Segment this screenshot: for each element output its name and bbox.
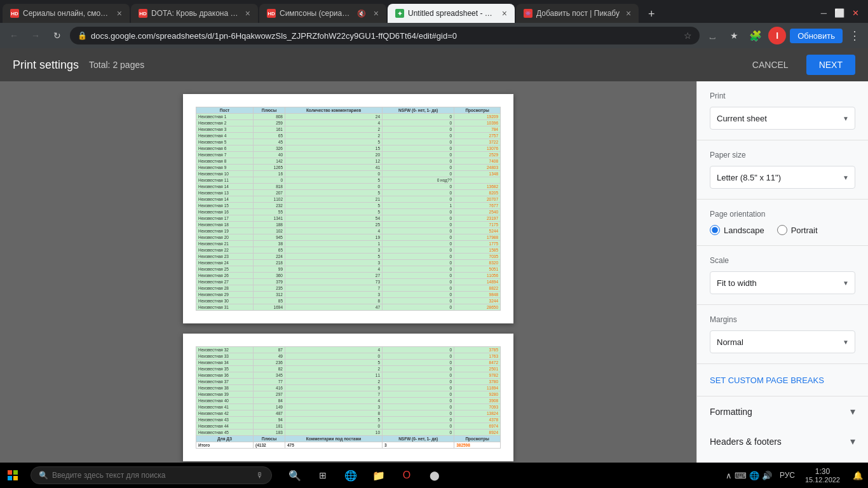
cell-post: Неизвестная 9: [196, 165, 254, 171]
cell-nsfw: 0: [383, 292, 454, 298]
tray-expand-icon[interactable]: ∧: [726, 471, 732, 480]
cell-likes: 188: [254, 222, 285, 228]
browser-chrome: HD Сериалы онлайн, смотреть ... × HD DOT…: [0, 0, 868, 48]
paper-size-select-wrapper: Letter (8.5" x 11") A4 Legal: [710, 166, 855, 189]
bookmark-icon[interactable]: ★: [725, 27, 743, 44]
formatting-label: Formatting: [710, 407, 752, 417]
cell-comments: 21: [285, 196, 383, 203]
minimize-button[interactable]: ─: [817, 7, 831, 19]
taskbar-explorer-button[interactable]: 📁: [366, 463, 391, 488]
update-button[interactable]: Обновить: [790, 29, 843, 43]
tab-pikabu[interactable]: 👾 Добавить пост | Пикабу ×: [516, 4, 639, 23]
taskbar-opera-button[interactable]: O: [394, 463, 419, 488]
spreadsheet-table-2: Неизвестная 32 87 4 0 3785 Неизвестная 3…: [196, 346, 501, 449]
language-button[interactable]: РУС: [777, 471, 797, 480]
cell-likes: 84: [254, 398, 285, 404]
headers-footers-section[interactable]: Headers & footers ▾: [697, 426, 868, 456]
cell-comments: 5: [285, 209, 383, 215]
cell-views: 7408: [454, 158, 501, 165]
tab-close-4[interactable]: ×: [502, 8, 507, 18]
keyboard-icon: ⌨: [735, 471, 747, 480]
tab-spreadsheet[interactable]: ✦ Untitled spreadsheet - Goog... ×: [388, 4, 515, 23]
portrait-option[interactable]: Portrait: [777, 225, 818, 235]
table-row: Неизвестная 18 188 25 0 7175: [196, 222, 501, 228]
tab-serials[interactable]: HD Сериалы онлайн, смотреть ... ×: [3, 4, 130, 23]
cell-comments: 0: [285, 353, 382, 360]
print-select[interactable]: Current sheet All sheets Selected cells: [710, 107, 855, 130]
table-row: Неизвестная 1 808 24 0 19209: [196, 114, 501, 120]
main-content: Пост Плюсы Количество комментариев NSFW …: [0, 81, 868, 463]
cell-nsfw: 0: [383, 126, 454, 133]
volume-icon[interactable]: 🔊: [762, 471, 772, 480]
scale-select[interactable]: Fit to width Fit to height Fit to page 1…: [710, 271, 855, 294]
tab-label-4: Untitled spreadsheet - Goog...: [408, 9, 496, 18]
start-button[interactable]: [0, 463, 25, 488]
cell-views: 13682: [454, 184, 501, 190]
network-icon[interactable]: 🌐: [749, 471, 759, 480]
portrait-radio[interactable]: [777, 225, 787, 235]
landscape-option[interactable]: Landscape: [710, 225, 764, 235]
landscape-radio[interactable]: [710, 225, 720, 235]
cell-post: Неизвестная 25: [196, 266, 254, 273]
right-panel: Print Current sheet All sheets Selected …: [696, 81, 868, 463]
tab-close-3[interactable]: ×: [374, 8, 379, 18]
taskbar-search[interactable]: 🔍 🎙: [31, 466, 272, 484]
formatting-section[interactable]: Formatting ▾: [697, 396, 868, 426]
taskbar-chrome2-button[interactable]: ⬤: [422, 463, 447, 488]
portrait-label: Portrait: [791, 226, 818, 235]
cell-likes: 1102: [254, 196, 285, 203]
reload-button[interactable]: ↻: [48, 27, 66, 44]
tab-label-3: Симпсоны (сериал, 1-3...: [280, 9, 353, 18]
table-row: Неизвестная 29 312 3 0 9848: [196, 292, 501, 298]
cell-post: Неизвестная 43: [196, 417, 254, 423]
cell-nsfw: 0: [383, 165, 454, 171]
star-icon[interactable]: ☆: [684, 30, 692, 41]
extensions-icon[interactable]: 🧩: [747, 27, 764, 44]
tab-close-2[interactable]: ×: [245, 8, 250, 18]
close-button[interactable]: ✕: [848, 7, 863, 19]
cell-nsfw: 0: [383, 279, 454, 285]
cast-icon[interactable]: ⎵: [703, 27, 721, 44]
tab-dota[interactable]: HD DOTA: Кровь дракона (сери... ×: [131, 4, 258, 23]
margins-select[interactable]: Normal Narrow Wide Custom: [710, 330, 855, 353]
taskbar-search-button[interactable]: 🔍: [282, 463, 308, 488]
cell-comments: 4: [285, 228, 383, 234]
cell-comments: 25: [285, 222, 383, 228]
cell-likes: 0: [254, 177, 285, 184]
muted-icon-3[interactable]: 🔇: [357, 10, 366, 18]
taskbar-chrome-button[interactable]: 🌐: [338, 463, 363, 488]
tab-close-5[interactable]: ×: [626, 8, 631, 18]
preview-area[interactable]: Пост Плюсы Количество комментариев NSFW …: [0, 81, 696, 463]
profile-button[interactable]: I: [768, 27, 786, 44]
cell-comments: 5: [285, 139, 383, 146]
page2-header-col4: NSFW (0- нет, 1- да): [383, 436, 454, 442]
tab-close-1[interactable]: ×: [117, 8, 122, 18]
custom-breaks-button[interactable]: SET CUSTOM PAGE BREAKS: [710, 376, 824, 385]
tab-simpsons[interactable]: HD Симпсоны (сериал, 1-3... 🔇 ×: [259, 4, 386, 23]
maximize-button[interactable]: ⬜: [831, 7, 848, 19]
cancel-button[interactable]: CANCEL: [742, 55, 799, 75]
cell-comments: 12: [285, 158, 383, 165]
cell-nsfw: 0: [383, 304, 454, 311]
svg-rect-0: [8, 470, 12, 475]
new-tab-button[interactable]: +: [642, 5, 660, 23]
cell-post: Неизвестная 18: [196, 222, 254, 228]
taskbar: 🔍 🎙 🔍 ⊞ 🌐 📁 O ⬤ ∧ ⌨ 🌐 🔊 РУС 1:30 15.12.2…: [0, 463, 868, 488]
paper-size-select[interactable]: Letter (8.5" x 11") A4 Legal: [710, 166, 855, 189]
cell-nsfw: 0: [383, 120, 454, 126]
table-row: Неизвестная 9 1265 41 0 24803: [196, 165, 501, 171]
next-button[interactable]: NEXT: [806, 55, 855, 75]
clock-section[interactable]: 1:30 15.12.2022: [797, 467, 848, 484]
taskbar-taskview-button[interactable]: ⊞: [310, 463, 336, 488]
cell-comments: 11: [285, 372, 382, 379]
page2-header-col2: Плюсы: [254, 436, 285, 442]
back-button[interactable]: ←: [5, 27, 23, 44]
notification-button[interactable]: 🔔: [848, 463, 868, 488]
more-button[interactable]: ⋮: [846, 29, 863, 43]
cell-nsfw: 0: [383, 353, 454, 360]
print-page-2: Неизвестная 32 87 4 0 3785 Неизвестная 3…: [183, 334, 513, 461]
address-bar[interactable]: 🔒 docs.google.com/spreadsheets/d/1pn-6Hq…: [70, 27, 700, 44]
cell-post: Неизвестная 1: [196, 114, 254, 120]
forward-button[interactable]: →: [27, 27, 44, 44]
taskbar-search-input[interactable]: [52, 471, 252, 480]
